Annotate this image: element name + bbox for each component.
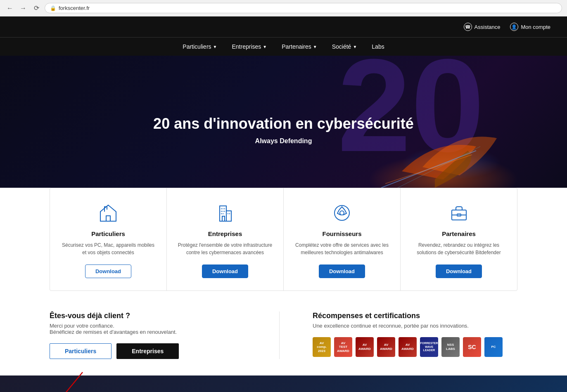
house-icon (96, 201, 121, 225)
building-icon (213, 201, 237, 225)
account-link[interactable]: 👤 Mon compte (510, 23, 550, 31)
award-badge-av-award-3: AVAWARD (399, 337, 417, 357)
svg-point-19 (335, 205, 349, 220)
nav-societe[interactable]: Société ▼ (332, 38, 357, 55)
award-badge-av-test: AVTESTAWARD (334, 337, 352, 357)
card-particuliers-title: Particuliers (91, 230, 125, 237)
award-badge-nss: NSSLABS (441, 337, 460, 357)
forward-button[interactable]: → (18, 3, 28, 13)
chevron-down-icon: ▼ (263, 45, 267, 49)
award-badge-av-award-2: AVAWARD (377, 337, 395, 357)
svg-rect-5 (106, 216, 110, 221)
card-particuliers: Particuliers Sécurisez vos PC, Mac, appa… (50, 188, 167, 290)
awards-section: Récompenses et certifications Une excell… (304, 312, 517, 359)
chevron-down-icon: ▼ (353, 45, 357, 49)
client-section-desc: Merci pour votre confiance. Bénéficiez d… (50, 323, 254, 335)
client-buttons: Particuliers Entreprises (50, 343, 254, 359)
card-partenaires-title: Partenaires (442, 230, 476, 237)
award-badge-pc: PC (484, 337, 503, 357)
briefcase-icon (446, 201, 471, 225)
browser-chrome: ← → ⟳ 🔒 forkscenter.fr (0, 0, 567, 17)
card-entreprises: Entreprises Protégez l'ensemble de votre… (167, 188, 284, 290)
awards-row: AVcomp.2023 AVTESTAWARD AVAWARD AVAWARD … (313, 337, 517, 357)
client-section: Êtes-vous déjà client ? Merci pour votre… (50, 312, 280, 359)
assistance-link[interactable]: ☎ Assistance (464, 23, 501, 31)
card-partenaires-download-button[interactable]: Download (436, 264, 482, 278)
nav-particuliers[interactable]: Particuliers ▼ (183, 38, 217, 55)
headset-icon: ☎ (464, 23, 472, 31)
middle-section: Êtes-vous déjà client ? Merci pour votre… (0, 291, 567, 375)
client-particuliers-button[interactable]: Particuliers (50, 343, 112, 359)
refresh-button[interactable]: ⟳ (31, 3, 41, 13)
svg-rect-18 (222, 216, 225, 221)
card-entreprises-title: Entreprises (208, 230, 242, 237)
back-button[interactable]: ← (5, 3, 15, 13)
card-particuliers-download-button[interactable]: Download (85, 264, 131, 278)
awards-subtitle: Une excellence continue et reconnue, por… (313, 323, 517, 329)
user-icon: 👤 (510, 23, 518, 31)
recycle-icon (330, 201, 354, 225)
nav-entreprises[interactable]: Entreprises ▼ (232, 38, 267, 55)
card-fournisseurs-download-button[interactable]: Download (319, 264, 365, 278)
card-fournisseurs-title: Fournisseurs (322, 230, 361, 237)
chevron-down-icon: ▼ (213, 45, 217, 49)
award-badge-sc: SC (463, 337, 481, 357)
svg-point-20 (340, 211, 344, 215)
cards-section: Particuliers Sécurisez vos PC, Mac, appa… (0, 188, 567, 291)
award-badge-av-award-1: AVAWARD (356, 337, 374, 357)
client-entreprises-button[interactable]: Entreprises (116, 343, 179, 359)
hero-subtitle: Always Defending (153, 137, 414, 145)
card-entreprises-desc: Protégez l'ensemble de votre infrastruct… (177, 241, 273, 256)
cards-row: Particuliers Sécurisez vos PC, Mac, appa… (50, 188, 517, 291)
card-partenaires: Partenaires Revendez, rebrandez ou intég… (401, 188, 517, 290)
svg-rect-7 (226, 211, 231, 221)
chevron-down-icon: ▼ (313, 45, 317, 49)
card-partenaires-desc: Revendez, rebrandez ou intégrez les solu… (410, 241, 507, 256)
award-badge-av-comparative: AVcomp.2023 (313, 337, 331, 357)
top-navigation: ☎ Assistance 👤 Mon compte (0, 17, 567, 37)
nav-partenaires[interactable]: Partenaires ▼ (282, 38, 317, 55)
lock-icon: 🔒 (50, 5, 56, 11)
card-fournisseurs-desc: Complétez votre offre de services avec l… (294, 241, 390, 256)
award-badge-forrester: FORRESTERWAVELEADER (420, 337, 438, 357)
footer-section: Bitdefender est un leader mondial de cyb… (0, 375, 567, 392)
hero-title: 20 ans d'innovation en cybersécurité (153, 115, 414, 132)
card-particuliers-desc: Sécurisez vos PC, Mac, appareils mobiles… (60, 241, 157, 256)
address-bar[interactable]: 🔒 forkscenter.fr (45, 3, 562, 13)
main-navigation: Particuliers ▼ Entreprises ▼ Partenaires… (0, 37, 567, 56)
awards-title: Récompenses et certifications (313, 312, 517, 320)
hero-content: 20 ans d'innovation en cybersécurité Alw… (153, 115, 414, 145)
url-text: forkscenter.fr (59, 5, 90, 11)
nav-labs[interactable]: Labs (372, 38, 384, 55)
client-section-title: Êtes-vous déjà client ? (50, 312, 254, 320)
card-fournisseurs: Fournisseurs Complétez votre offre de se… (284, 188, 401, 290)
card-entreprises-download-button[interactable]: Download (202, 264, 248, 278)
